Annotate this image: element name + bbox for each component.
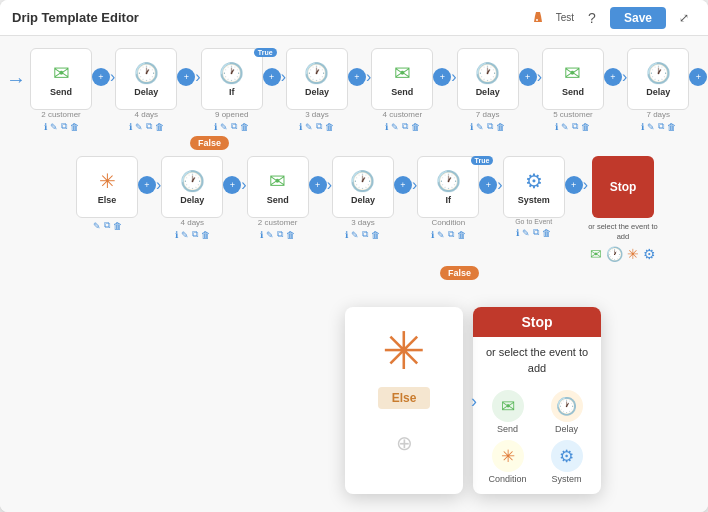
- node-del-btn[interactable]: 🗑: [70, 122, 79, 132]
- expand-button[interactable]: ⤢: [672, 6, 696, 30]
- node-box-delay-2[interactable]: 🕐 Delay: [286, 48, 348, 110]
- node-copy-btn-d3[interactable]: ⧉: [487, 121, 493, 132]
- node-box-if-r2[interactable]: 🕐 If: [417, 156, 479, 218]
- stop-delay-option[interactable]: 🕐: [606, 246, 623, 262]
- node-del-btn-sys[interactable]: 🗑: [542, 228, 551, 238]
- node-edit-btn-d3[interactable]: ✎: [476, 122, 484, 132]
- node-copy-btn-d4[interactable]: ⧉: [658, 121, 664, 132]
- stop-cond-option[interactable]: ✳: [627, 246, 639, 262]
- node-edit-btn-s3[interactable]: ✎: [561, 122, 569, 132]
- node-info-btn-d4[interactable]: ℹ: [641, 122, 644, 132]
- node-edit-btn-ifr2[interactable]: ✎: [437, 230, 445, 240]
- test-button[interactable]: [526, 6, 550, 30]
- add-node-btn-r2-6[interactable]: +: [565, 176, 583, 194]
- node-del-btn-dr2-2[interactable]: 🗑: [371, 230, 380, 240]
- node-copy-btn-sr2[interactable]: ⧉: [277, 229, 283, 240]
- add-node-btn-2[interactable]: +: [177, 68, 195, 86]
- node-box-delay-3[interactable]: 🕐 Delay: [457, 48, 519, 110]
- add-node-btn-r2-3[interactable]: +: [309, 176, 327, 194]
- node-box-send-2[interactable]: ✉ Send: [371, 48, 433, 110]
- popup-cond-icon-circle: ✳: [492, 440, 524, 472]
- node-edit-btn-d4[interactable]: ✎: [647, 122, 655, 132]
- node-copy-btn-sys[interactable]: ⧉: [533, 227, 539, 238]
- node-box-delay-r2[interactable]: 🕐 Delay: [161, 156, 223, 218]
- node-del-btn-d1[interactable]: 🗑: [155, 122, 164, 132]
- else-popup-add-btn[interactable]: ⊕: [396, 431, 413, 455]
- node-copy-btn-if1[interactable]: ⧉: [231, 121, 237, 132]
- node-edit-btn-s2[interactable]: ✎: [391, 122, 399, 132]
- node-edit-btn-dr2-2[interactable]: ✎: [351, 230, 359, 240]
- node-info-btn-s3[interactable]: ℹ: [555, 122, 558, 132]
- popup-option-condition[interactable]: ✳ Condition: [481, 440, 534, 484]
- node-box-stop-inline[interactable]: Stop: [592, 156, 654, 218]
- node-box-delay-r2-2[interactable]: 🕐 Delay: [332, 156, 394, 218]
- node-copy-btn-else[interactable]: ⧉: [104, 220, 110, 231]
- node-del-btn-s3[interactable]: 🗑: [581, 122, 590, 132]
- node-copy-btn[interactable]: ⧉: [61, 121, 67, 132]
- node-box-delay-4[interactable]: 🕐 Delay: [627, 48, 689, 110]
- popup-option-system[interactable]: ⚙ System: [540, 440, 593, 484]
- help-button[interactable]: ?: [580, 6, 604, 30]
- node-info-btn-d1[interactable]: ℹ: [129, 122, 132, 132]
- node-del-btn-else[interactable]: 🗑: [113, 221, 122, 231]
- add-node-btn-3[interactable]: +: [263, 68, 281, 86]
- add-node-btn-6[interactable]: +: [519, 68, 537, 86]
- node-box-else[interactable]: ✳ Else: [76, 156, 138, 218]
- node-info-btn[interactable]: ℹ: [44, 122, 47, 132]
- add-node-btn-5[interactable]: +: [433, 68, 451, 86]
- node-info-btn-ifr2[interactable]: ℹ: [431, 230, 434, 240]
- node-copy-btn-d2[interactable]: ⧉: [316, 121, 322, 132]
- node-copy-btn-s3[interactable]: ⧉: [572, 121, 578, 132]
- add-node-btn-1[interactable]: +: [92, 68, 110, 86]
- node-del-btn-dr2[interactable]: 🗑: [201, 230, 210, 240]
- popup-option-delay[interactable]: 🕐 Delay: [540, 390, 593, 434]
- stop-popup-text: or select the event to add: [473, 337, 601, 384]
- node-info-btn-sr2[interactable]: ℹ: [260, 230, 263, 240]
- node-edit-btn-sr2[interactable]: ✎: [266, 230, 274, 240]
- add-node-btn-r2-5[interactable]: +: [479, 176, 497, 194]
- node-info-btn-d3[interactable]: ℹ: [470, 122, 473, 132]
- node-del-btn-sr2[interactable]: 🗑: [286, 230, 295, 240]
- node-edit-btn-else[interactable]: ✎: [93, 221, 101, 231]
- node-box-send-r2[interactable]: ✉ Send: [247, 156, 309, 218]
- node-info-btn-d2[interactable]: ℹ: [299, 122, 302, 132]
- node-info-btn-if1[interactable]: ℹ: [214, 122, 217, 132]
- add-node-btn-r2-1[interactable]: +: [138, 176, 156, 194]
- node-copy-btn-d1[interactable]: ⧉: [146, 121, 152, 132]
- add-node-btn-r2-2[interactable]: +: [223, 176, 241, 194]
- node-del-btn-d2[interactable]: 🗑: [325, 122, 334, 132]
- node-info-btn-s2[interactable]: ℹ: [385, 122, 388, 132]
- node-del-btn-ifr2[interactable]: 🗑: [457, 230, 466, 240]
- node-box-send-3[interactable]: ✉ Send: [542, 48, 604, 110]
- node-info-btn-sys[interactable]: ℹ: [516, 228, 519, 238]
- node-del-btn-d4[interactable]: 🗑: [667, 122, 676, 132]
- add-node-btn-r2-4[interactable]: +: [394, 176, 412, 194]
- node-info-btn-dr2-2[interactable]: ℹ: [345, 230, 348, 240]
- node-copy-btn-s2[interactable]: ⧉: [402, 121, 408, 132]
- node-edit-btn-d2[interactable]: ✎: [305, 122, 313, 132]
- node-box-send-1[interactable]: ✉ Send: [30, 48, 92, 110]
- node-edit-btn[interactable]: ✎: [50, 122, 58, 132]
- add-node-btn-4[interactable]: +: [348, 68, 366, 86]
- node-info-btn-dr2[interactable]: ℹ: [175, 230, 178, 240]
- node-edit-btn-dr2[interactable]: ✎: [181, 230, 189, 240]
- stop-sys-option[interactable]: ⚙: [643, 246, 656, 262]
- stop-send-option[interactable]: ✉: [590, 246, 602, 262]
- popup-option-send[interactable]: ✉ Send: [481, 390, 534, 434]
- node-label-delay-3: Delay: [476, 87, 500, 97]
- node-box-if-1[interactable]: 🕐 If: [201, 48, 263, 110]
- node-edit-btn-sys[interactable]: ✎: [522, 228, 530, 238]
- save-button[interactable]: Save: [610, 7, 666, 29]
- node-edit-btn-if1[interactable]: ✎: [220, 122, 228, 132]
- node-copy-btn-ifr2[interactable]: ⧉: [448, 229, 454, 240]
- node-del-btn-s2[interactable]: 🗑: [411, 122, 420, 132]
- node-del-btn-if1[interactable]: 🗑: [240, 122, 249, 132]
- node-edit-btn-d1[interactable]: ✎: [135, 122, 143, 132]
- node-copy-btn-dr2-2[interactable]: ⧉: [362, 229, 368, 240]
- add-node-btn-7[interactable]: +: [604, 68, 622, 86]
- node-box-system[interactable]: ⚙ System: [503, 156, 565, 218]
- add-node-btn-8[interactable]: +: [689, 68, 707, 86]
- node-copy-btn-dr2[interactable]: ⧉: [192, 229, 198, 240]
- node-box-delay-1[interactable]: 🕐 Delay: [115, 48, 177, 110]
- node-del-btn-d3[interactable]: 🗑: [496, 122, 505, 132]
